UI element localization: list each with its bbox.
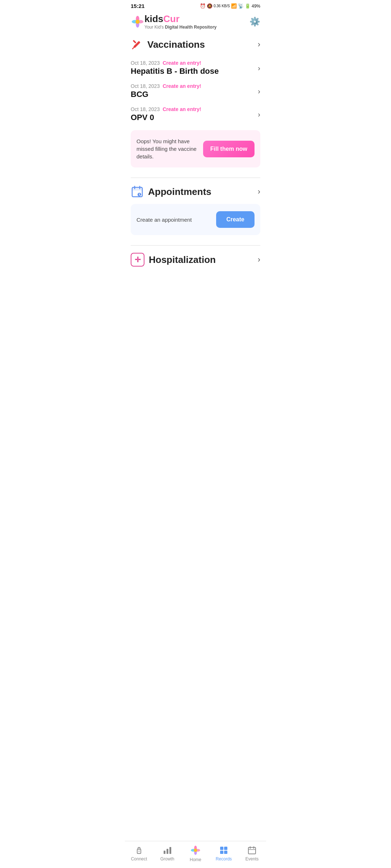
alarm-icon: ⏰ [200,3,206,9]
vaccine-3-create[interactable]: Create an entry! [163,106,201,112]
hospitalization-header[interactable]: ✛ Hospitalization › [131,253,260,267]
vaccinations-chevron: › [258,40,260,49]
battery-level: 49% [252,4,260,9]
vaccinations-section: Vaccinations › Oct 18, 2023 Create an en… [125,34,266,175]
vaccine-3-name: OPV 0 [131,113,201,122]
appointments-title: Appointments [148,186,211,197]
status-bar: 15:21 ⏰ 🔕 0.36 KB/S 📶 📡 🔋 49% [125,0,266,10]
vaccinations-title: Vaccinations [147,39,205,50]
wifi-icon: 📶 [231,3,237,9]
settings-button[interactable]: ⚙️ [249,17,260,27]
appointments-header[interactable]: Appointments › [131,185,260,198]
vaccinations-header[interactable]: Vaccinations › [131,38,260,51]
hospitalization-chevron: › [258,255,260,264]
svg-rect-9 [132,187,142,191]
fill-now-button[interactable]: Fill them now [203,141,255,157]
data-speed: 0.36 KB/S [214,4,230,8]
vaccine-2-date: Oct 18, 2023 [131,83,160,89]
flower-logo-icon [131,15,144,29]
status-icons: ⏰ 🔕 0.36 KB/S 📶 📡 🔋 49% [200,3,260,9]
create-appointment-button[interactable]: Create [216,211,255,228]
create-appointment-card: Create an appointment Create [131,204,260,235]
logo-name: kidsCur [144,13,216,25]
vaccine-2-create[interactable]: Create an entry! [163,83,201,89]
divider-1 [131,178,260,178]
syringe-icon [131,38,143,51]
svg-rect-6 [133,40,136,43]
vaccine-entry-1[interactable]: Oct 18, 2023 Create an entry! Hepatitis … [131,56,260,80]
vaccine-entry-2[interactable]: Oct 18, 2023 Create an entry! BCG › [131,80,260,103]
appointments-section: Appointments › Create an appointment Cre… [125,181,266,242]
vaccine-1-chevron: › [258,64,260,72]
status-time: 15:21 [131,3,144,9]
create-card-text: Create an appointment [136,217,212,223]
hospitalization-icon: ✛ [131,253,144,267]
svg-point-4 [135,20,139,24]
vaccine-1-name: Hepatitis B - Birth dose [131,67,219,76]
appointments-icon [131,185,144,198]
logo-subtitle: Your Kid's Digital Health Repository [144,25,216,30]
hospitalization-title: Hospitalization [149,254,216,265]
battery-icon: 🔋 [245,3,251,9]
mute-icon: 🔕 [207,3,213,9]
appointments-chevron: › [258,187,260,196]
vaccine-1-create[interactable]: Create an entry! [163,60,201,66]
vaccine-2-name: BCG [131,90,201,99]
logo-area: kidsCur Your Kid's Digital Health Reposi… [131,13,216,30]
vaccine-3-date: Oct 18, 2023 [131,106,160,112]
signal-icon: 📡 [238,3,244,9]
divider-2 [131,245,260,246]
vaccine-3-chevron: › [258,110,260,119]
logo-text: kidsCur Your Kid's Digital Health Reposi… [144,13,216,30]
vaccine-2-chevron: › [258,87,260,95]
fill-card-text: Oops! You might have missed filling the … [136,137,199,160]
vaccine-1-date: Oct 18, 2023 [131,60,160,66]
fill-card: Oops! You might have missed filling the … [131,130,260,167]
vaccine-entry-3[interactable]: Oct 18, 2023 Create an entry! OPV 0 › [131,103,260,126]
app-header: kidsCur Your Kid's Digital Health Reposi… [125,10,266,34]
hospitalization-section: ✛ Hospitalization › [125,248,266,277]
